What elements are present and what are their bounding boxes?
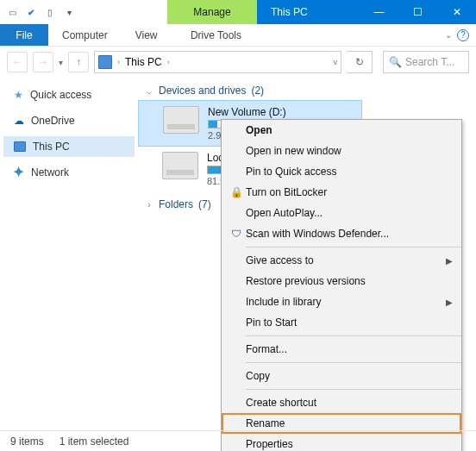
separator bbox=[246, 389, 461, 390]
section-label: Devices and drives bbox=[159, 85, 246, 97]
window-controls: — ☐ ✕ bbox=[360, 0, 476, 24]
nav-pane: ★ Quick access ☁ OneDrive This PC ⯌ Netw… bbox=[0, 78, 138, 426]
nav-label: This PC bbox=[33, 141, 70, 153]
ribbon-context-tab[interactable]: Manage bbox=[167, 0, 257, 24]
tab-drive-tools[interactable]: Drive Tools bbox=[171, 24, 260, 46]
nav-label: OneDrive bbox=[31, 115, 75, 127]
search-input[interactable]: 🔍 Search T... bbox=[383, 51, 469, 73]
ctx-bitlocker[interactable]: 🔒Turn on BitLocker bbox=[222, 182, 461, 203]
nav-label: Quick access bbox=[30, 89, 91, 101]
refresh-button[interactable]: ↻ bbox=[347, 51, 373, 73]
selection-count: 1 item selected bbox=[60, 435, 129, 448]
ctx-copy[interactable]: Copy bbox=[222, 366, 461, 386]
cloud-icon: ☁ bbox=[14, 115, 24, 127]
qat-dropdown-icon[interactable]: ▾ bbox=[62, 5, 76, 19]
ctx-pin-quick-access[interactable]: Pin to Quick access bbox=[222, 161, 461, 182]
ctx-restore-versions[interactable]: Restore previous versions bbox=[222, 271, 461, 291]
separator bbox=[246, 335, 461, 336]
close-button[interactable]: ✕ bbox=[437, 0, 476, 24]
app-icon: ▭ bbox=[5, 5, 19, 19]
chevron-right-icon[interactable]: › bbox=[117, 58, 120, 66]
drive-name: New Volume (D:) bbox=[208, 106, 353, 118]
context-menu: Open Open in new window Pin to Quick acc… bbox=[221, 119, 462, 451]
shield-icon: 🛡 bbox=[227, 228, 246, 240]
nav-quick-access[interactable]: ★ Quick access bbox=[3, 85, 135, 105]
status-bar: 9 items 1 item selected bbox=[0, 430, 476, 451]
nav-label: Network bbox=[31, 166, 69, 179]
section-count: (2) bbox=[251, 85, 264, 97]
network-icon: ⯌ bbox=[14, 166, 24, 179]
section-label: Folders bbox=[159, 198, 193, 210]
minimize-button[interactable]: — bbox=[360, 0, 398, 24]
separator bbox=[246, 362, 461, 363]
search-icon: 🔍 bbox=[389, 56, 402, 68]
chevron-right-icon[interactable]: › bbox=[167, 58, 170, 66]
search-placeholder: Search T... bbox=[405, 56, 454, 68]
maximize-button[interactable]: ☐ bbox=[398, 0, 437, 24]
ctx-include-library[interactable]: Include in library▶ bbox=[222, 291, 461, 312]
ctx-give-access[interactable]: Give access to▶ bbox=[222, 250, 461, 271]
ctx-format[interactable]: Format... bbox=[222, 339, 461, 360]
quick-access-toolbar: ▭ ✔ ▯ ▾ bbox=[0, 0, 81, 24]
ctx-open-new-window[interactable]: Open in new window bbox=[222, 141, 461, 161]
section-devices[interactable]: ⌵ Devices and drives (2) bbox=[138, 81, 476, 100]
pc-icon bbox=[14, 141, 26, 152]
qat-item-icon[interactable]: ▯ bbox=[43, 5, 57, 19]
forward-button[interactable]: → bbox=[33, 52, 53, 72]
chevron-down-icon: ⌵ bbox=[145, 86, 153, 96]
ctx-autoplay[interactable]: Open AutoPlay... bbox=[222, 203, 461, 223]
ctx-defender[interactable]: 🛡Scan with Windows Defender... bbox=[222, 223, 461, 244]
nav-network[interactable]: ⯌ Network bbox=[3, 162, 135, 183]
bitlocker-icon: 🔒 bbox=[227, 186, 246, 198]
star-icon: ★ bbox=[14, 89, 23, 101]
drive-icon bbox=[162, 152, 198, 179]
nav-this-pc[interactable]: This PC bbox=[3, 136, 135, 157]
history-dropdown-icon[interactable]: ▾ bbox=[59, 58, 63, 67]
chevron-right-icon: › bbox=[145, 200, 153, 210]
ribbon-help: ⌄ ? bbox=[445, 24, 476, 46]
address-bar[interactable]: › This PC › v bbox=[94, 51, 341, 73]
ribbon-collapse-icon[interactable]: ⌄ bbox=[445, 30, 452, 40]
up-button[interactable]: ↑ bbox=[68, 52, 89, 72]
file-menu-button[interactable]: File bbox=[0, 24, 48, 46]
submenu-arrow-icon: ▶ bbox=[446, 256, 453, 266]
section-count: (7) bbox=[198, 198, 211, 210]
breadcrumb-root[interactable]: This PC bbox=[125, 56, 162, 68]
submenu-arrow-icon: ▶ bbox=[446, 298, 453, 307]
help-icon[interactable]: ? bbox=[457, 29, 469, 41]
ctx-create-shortcut[interactable]: Create shortcut bbox=[222, 392, 461, 413]
address-dropdown-icon[interactable]: v bbox=[334, 58, 338, 66]
pc-icon bbox=[98, 55, 112, 69]
tab-computer[interactable]: Computer bbox=[48, 24, 122, 46]
separator bbox=[246, 247, 461, 247]
address-row: ← → ▾ ↑ › This PC › v ↻ 🔍 Search T... bbox=[0, 47, 476, 78]
drive-icon bbox=[163, 106, 199, 134]
checkmark-icon[interactable]: ✔ bbox=[24, 5, 38, 19]
item-count: 9 items bbox=[10, 435, 44, 448]
file-explorer-window: ▭ ✔ ▯ ▾ Manage This PC — ☐ ✕ File Comput… bbox=[0, 0, 476, 451]
window-title: This PC bbox=[257, 0, 360, 24]
ribbon-tabs: File Computer View Drive Tools ⌄ ? bbox=[0, 24, 476, 47]
ctx-pin-start[interactable]: Pin to Start bbox=[222, 312, 461, 333]
titlebar-middle: Manage This PC bbox=[81, 0, 360, 24]
ctx-open[interactable]: Open bbox=[222, 120, 461, 141]
tab-view[interactable]: View bbox=[122, 24, 172, 46]
back-button[interactable]: ← bbox=[7, 52, 28, 72]
nav-onedrive[interactable]: ☁ OneDrive bbox=[3, 110, 135, 131]
titlebar: ▭ ✔ ▯ ▾ Manage This PC — ☐ ✕ bbox=[0, 0, 476, 24]
